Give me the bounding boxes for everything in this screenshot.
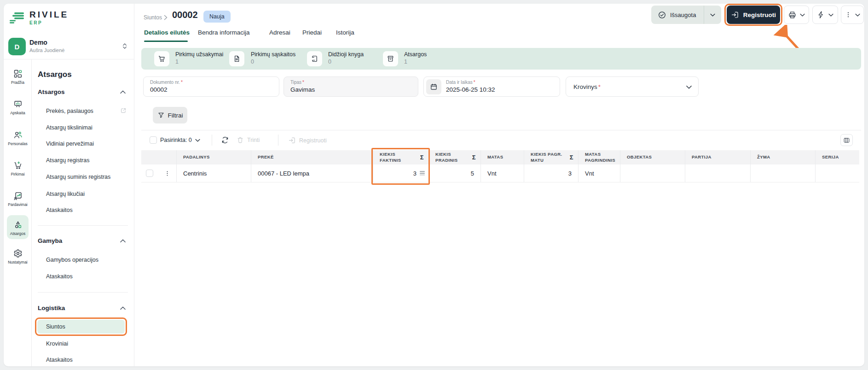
related-docs-bar: Pirkimų užsakymai 1 Pirkimų sąskaitos 0 … — [141, 48, 861, 70]
print-button[interactable] — [784, 6, 809, 24]
calendar-icon-tile[interactable] — [426, 79, 441, 94]
chevron-up-icon[interactable] — [120, 90, 126, 94]
cell-preke[interactable]: 00067 - LED lempa — [251, 164, 373, 182]
type-field[interactable]: Tipas* Gavimas — [284, 76, 418, 97]
sidebar-item-kroviniai[interactable]: Kroviniai — [46, 341, 68, 347]
ledger-scroll-icon — [311, 55, 318, 63]
funnel-icon — [157, 112, 165, 119]
general-ledger-icon-tile[interactable] — [307, 51, 322, 66]
header-preke[interactable]: PREKĖ — [251, 150, 373, 164]
rail-item-personalas[interactable]: Personalas — [4, 130, 32, 146]
datetime-field[interactable]: Data ir laikas* 2025-06-25 10:32 — [423, 76, 560, 97]
document-number-field[interactable]: Dokumento nr.* 00002 — [143, 76, 279, 97]
cell-kiekis-pagr-matu[interactable]: 3 — [524, 164, 578, 182]
cargo-select[interactable]: Krovinys* — [566, 76, 699, 97]
cell-kiekis-pradinis[interactable]: 5 — [428, 164, 480, 182]
row-menu-button[interactable] — [158, 164, 176, 182]
purchase-orders-icon-tile[interactable] — [154, 51, 169, 66]
rail-item-pardavimai[interactable]: Pardavimai — [4, 191, 32, 207]
header-matas[interactable]: MATAS — [480, 150, 524, 164]
header-kiekis-pagr-matu[interactable]: KIEKIS PAGR. MATUΣ — [524, 150, 578, 164]
cell-partija[interactable] — [685, 164, 750, 182]
header-actions-cell — [158, 150, 176, 164]
cell-zyma[interactable] — [750, 164, 815, 182]
sidebar-item-gamybos-operacijos[interactable]: Gamybos operacijos — [46, 257, 98, 263]
section-atsargos[interactable]: Atsargos — [38, 88, 65, 95]
tab-priedai[interactable]: Priedai — [302, 29, 322, 36]
purchase-orders-label: Pirkimų užsakymai — [175, 51, 223, 58]
cell-objektas[interactable] — [620, 164, 685, 182]
sidebar-item-ataskaitos-3[interactable]: Ataskaitos — [46, 357, 73, 363]
cell-serija[interactable] — [815, 164, 859, 182]
rail-item-apskaita[interactable]: Apskaita — [4, 100, 32, 115]
cell-matas-pagrindinis[interactable]: Vnt — [578, 164, 620, 182]
header-matas-pagrindinis[interactable]: MATAS PAGRINDINIS — [578, 150, 620, 164]
external-link-icon[interactable] — [120, 107, 127, 114]
lightning-icon — [817, 11, 825, 19]
brand-name: RIVILE — [29, 10, 69, 19]
tab-adresai[interactable]: Adresai — [269, 29, 290, 36]
section-logistika[interactable]: Logistika — [38, 305, 65, 311]
sidebar-item-atsargu-suminis-registras[interactable]: Atsargų suminis registras — [46, 174, 110, 180]
tab-istorija[interactable]: Istorija — [336, 29, 354, 36]
detail-lines-table: PADALINYS PREKĖ KIEKIS FAKTINISΣ KIEKIS … — [141, 150, 859, 182]
sidebar-item-ataskaitos-1[interactable]: Ataskaitos — [46, 207, 73, 213]
rail-item-nustatymai[interactable]: Nustatymai — [4, 249, 32, 264]
column-settings-button[interactable] — [840, 134, 853, 146]
header-serija[interactable]: SERIJA — [815, 150, 859, 164]
sidebar-item-prekes-paslaugos[interactable]: Prekės, paslaugos — [46, 108, 93, 114]
sidebar-item-vidiniai-pervezimai[interactable]: Vidiniai pervežimai — [46, 141, 94, 147]
app-root: RIVILE ERP D Demo Aušra Juodienė Pradžia — [0, 0, 868, 370]
register-button[interactable]: Registruoti — [727, 6, 780, 24]
chevron-down-icon — [195, 139, 200, 142]
tab-bendra-informacija[interactable]: Bendra informacija — [198, 29, 250, 36]
header-kiekis-pradinis[interactable]: KIEKIS PRADINISΣ — [428, 150, 480, 164]
chevron-down-icon — [800, 13, 805, 17]
rail-item-pradzia[interactable]: Pradžia — [4, 69, 32, 85]
user-switch-icon[interactable] — [121, 41, 129, 52]
sidebar-item-siuntos[interactable]: Siuntos — [37, 320, 125, 334]
sidebar-menu: Atsargos Atsargos Prekės, paslaugos Atsa… — [32, 59, 134, 366]
chevron-up-icon[interactable] — [120, 239, 126, 243]
select-all-checkbox[interactable] — [150, 136, 157, 144]
refresh-button[interactable] — [221, 136, 229, 144]
trash-icon — [237, 136, 244, 144]
sidebar-item-atsargu-registras[interactable]: Atsargų registras — [46, 157, 89, 164]
sum-icon[interactable]: Σ — [472, 153, 476, 161]
cell-padalinys[interactable]: Centrinis — [176, 164, 251, 182]
brand-sub: ERP — [29, 20, 69, 25]
saved-split-button[interactable]: Išsaugota — [651, 6, 721, 24]
actions-button[interactable] — [812, 6, 838, 24]
row-checkbox[interactable] — [146, 170, 153, 177]
register-rows-button[interactable]: Registruoti — [288, 136, 327, 144]
breadcrumb-root[interactable]: Siuntos — [144, 14, 162, 21]
avatar[interactable]: D — [8, 38, 26, 55]
header-zyma[interactable]: ŽYMA — [750, 150, 815, 164]
select-all-row[interactable]: Pasirinkta: 0 — [150, 136, 200, 144]
columns-icon — [843, 137, 850, 144]
sidebar-item-ataskaitos-2[interactable]: Ataskaitos — [46, 273, 73, 280]
table-row[interactable]: Centrinis 00067 - LED lempa 3 5 Vnt 3 Vn… — [141, 164, 859, 182]
dashboard-icon — [13, 69, 23, 78]
purchase-invoices-icon-tile[interactable] — [229, 51, 244, 66]
filters-button[interactable]: Filtrai — [153, 107, 187, 123]
tab-detalios-eilutes[interactable]: Detalios eilutės — [144, 29, 190, 36]
header-objektas[interactable]: OBJEKTAS — [620, 150, 685, 164]
inventory-icon-tile[interactable] — [383, 51, 398, 66]
saved-dropdown-toggle[interactable] — [704, 13, 721, 17]
sidebar-item-atsargu-tikslinimai[interactable]: Atsargų tikslinimai — [46, 124, 93, 131]
section-gamyba[interactable]: Gamyba — [38, 237, 62, 244]
header-select-cell — [141, 150, 158, 164]
rail-item-pirkimai[interactable]: Pirkimai — [4, 161, 32, 176]
more-menu-button[interactable] — [841, 6, 864, 24]
inventory-count: 1 — [404, 59, 407, 65]
delete-button[interactable]: Trinti — [237, 136, 260, 144]
cell-matas[interactable]: Vnt — [480, 164, 524, 182]
rail-item-atsargos[interactable]: Atsargos — [4, 220, 32, 236]
document-icon — [233, 55, 241, 63]
sum-icon[interactable]: Σ — [570, 153, 573, 161]
sidebar-item-atsargu-likuciai[interactable]: Atsargų likučiai — [46, 191, 85, 197]
header-partija[interactable]: PARTIJA — [685, 150, 750, 164]
chevron-up-icon[interactable] — [120, 306, 126, 310]
header-padalinys[interactable]: PADALINYS — [176, 150, 251, 164]
